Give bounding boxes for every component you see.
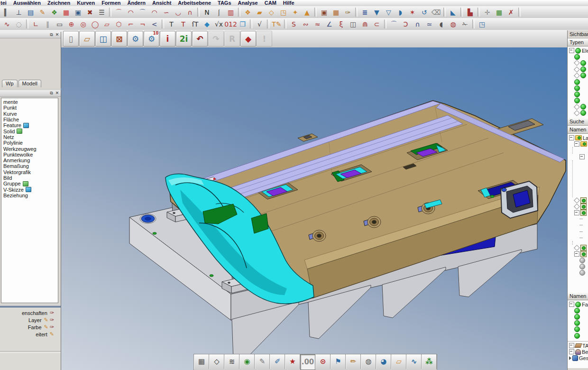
list-star-button[interactable]: ✶ (406, 7, 418, 18)
close-project-button[interactable]: ⊠ (111, 31, 127, 46)
text-button[interactable]: T (165, 19, 177, 29)
filter-funnel-button[interactable]: ▼ (371, 7, 383, 18)
menu-arbeitsebene[interactable]: Arbeitsebene (175, 0, 214, 6)
chamfer-corner-button[interactable]: ¬ (137, 19, 148, 29)
tree-row[interactable] (569, 314, 588, 320)
tree-row[interactable] (569, 110, 588, 116)
loft-surface-button[interactable]: ⋒ (359, 19, 371, 29)
settings-gear-button[interactable]: ⚙ (128, 31, 143, 46)
expand-toggle-icon[interactable] (569, 349, 574, 354)
undo-button[interactable]: ↶ (192, 31, 208, 46)
surface-blend-button[interactable]: ≃ (423, 19, 435, 29)
j-curve-button[interactable]: Ↄ (400, 19, 412, 29)
tree-row[interactable] (569, 141, 588, 147)
lasso-point-button[interactable]: ◌ (13, 19, 25, 29)
decimal-display-button[interactable]: .00 (300, 354, 315, 370)
point-star-button[interactable]: ★ (285, 354, 300, 369)
diamond-toggle-icon[interactable] (574, 197, 580, 204)
point-snap-button[interactable]: ⊙ (315, 354, 331, 369)
circle-center-button[interactable]: ⊕ (65, 19, 77, 29)
tree-row[interactable] (569, 60, 588, 66)
diamond-toggle-icon[interactable] (574, 66, 580, 73)
corner-line-button[interactable]: ∟ (30, 19, 42, 29)
type-item-beziehung[interactable]: Beziehung (1, 193, 58, 198)
report-list-button[interactable]: ≣ (359, 7, 371, 18)
arc-full-button[interactable]: ∩ (184, 7, 196, 18)
solid-blue-button[interactable]: ◆ (201, 19, 213, 29)
section-header-namen-2[interactable]: Namen (568, 292, 588, 300)
tree-row[interactable] (569, 73, 588, 79)
axe-tool-button[interactable]: ✗ (505, 7, 517, 18)
expand-toggle-icon[interactable] (569, 343, 574, 348)
ellipse-button[interactable]: ◯ (89, 19, 101, 29)
multi-surface-button[interactable]: ◳ (476, 19, 488, 29)
tree-row[interactable] (569, 154, 588, 160)
tree-row[interactable] (569, 235, 588, 241)
curve-n-button[interactable]: N (201, 7, 213, 18)
slot-button[interactable]: ▱ (101, 19, 113, 29)
tab-wp[interactable]: Wp (2, 80, 18, 87)
gear-parameters-button[interactable]: ⚙10 (144, 31, 159, 46)
polygon-button[interactable]: ⬡ (113, 19, 125, 29)
arc-tangent-button[interactable]: ◠ (125, 7, 137, 18)
tree-row[interactable] (569, 326, 588, 333)
surface-star-button[interactable]: ✦ (289, 7, 301, 18)
expand-toggle-icon[interactable] (574, 141, 579, 147)
eraser-button[interactable]: ⌫ (430, 7, 442, 18)
tree-row[interactable] (569, 270, 588, 276)
text-red-button[interactable]: T (177, 19, 189, 29)
pencil-diagonal-button[interactable]: ✏ (346, 354, 361, 369)
open-project-button[interactable]: ▱ (79, 31, 95, 46)
prop-item-eitert[interactable]: eitert✎ (0, 331, 61, 338)
tree-row[interactable] (569, 307, 588, 314)
drum-solid-button[interactable]: ◫ (347, 19, 359, 29)
tree-row-farb[interactable]: Farb (569, 301, 588, 307)
prop-item-enschaften[interactable]: enschaften✑ (0, 309, 61, 316)
type-item-feature[interactable]: Feature (1, 122, 58, 128)
undo-blue-button[interactable]: ↺ (418, 7, 430, 18)
section-header-typen[interactable]: Typen (568, 38, 588, 46)
import-stamp-button[interactable]: ❖ (48, 7, 60, 18)
diamond-toggle-icon[interactable] (574, 245, 580, 251)
menu-hilfe[interactable]: Hilfe (280, 0, 298, 6)
curve-axes-button[interactable]: ∿ (406, 354, 422, 369)
c-curve-button[interactable]: ⊂ (371, 19, 383, 29)
close-panel-icon[interactable]: ✕ (55, 91, 59, 95)
filter-results-button[interactable]: R (224, 31, 240, 46)
filter-funnel-alt-button[interactable]: ▽ (383, 7, 395, 18)
tree-row[interactable] (569, 66, 588, 73)
prop-item-layer[interactable]: Layer✎✑ (0, 316, 61, 324)
type-item-fläche[interactable]: Fläche (1, 117, 58, 122)
save-disk-button[interactable]: ▤ (25, 7, 37, 18)
color-palette-button[interactable]: ▦ (60, 7, 72, 18)
tree-row[interactable] (569, 54, 588, 60)
tree-row[interactable] (569, 216, 588, 222)
n-arc-button[interactable]: ∩ (412, 19, 423, 29)
solid-block-button[interactable]: ❒ (237, 19, 248, 29)
menu-ändern[interactable]: Ändern (124, 0, 149, 6)
type-item-polylinie[interactable]: Polylinie (1, 140, 58, 146)
menu-ansicht[interactable]: Ansicht (149, 0, 175, 6)
viewport-3d[interactable]: ▦◇≋◉✎✐★.00⊙⚑✏◍◕▱∿⁂ (61, 47, 567, 370)
tree-row[interactable] (569, 263, 588, 269)
sqrt-note-button[interactable]: √ (254, 19, 266, 29)
diamond-toggle-icon[interactable] (574, 60, 580, 66)
type-item-vektorgrafik[interactable]: Vektorgrafik (1, 169, 58, 175)
close-panel-icon[interactable]: ✕ (55, 33, 59, 37)
point-axes-button[interactable]: ⁂ (422, 354, 437, 369)
menu-auswählen[interactable]: Auswählen (10, 0, 44, 6)
measure-balance-button[interactable]: ⊥ (13, 7, 25, 18)
workplane-button[interactable]: ▱ (391, 354, 406, 369)
text-curve-button[interactable]: ſT (189, 19, 201, 29)
tree-row[interactable] (569, 222, 588, 228)
redo-button[interactable]: ↷ (208, 31, 224, 46)
surface-corner-button[interactable]: ▲ (301, 7, 313, 18)
wireframe-diamond-button[interactable]: ◇ (209, 354, 224, 369)
tree-row[interactable] (569, 210, 588, 216)
expand-toggle-icon[interactable] (579, 154, 585, 159)
type-item-werkzeugweg[interactable]: Werkzeugweg (1, 146, 58, 151)
surface-flat-button[interactable]: ◇ (266, 7, 277, 18)
arc-center-button[interactable]: ⌒ (137, 7, 148, 18)
tree-row-ges[interactable]: Ges (569, 355, 588, 361)
float-panel-icon[interactable]: ⧉ (49, 91, 54, 95)
